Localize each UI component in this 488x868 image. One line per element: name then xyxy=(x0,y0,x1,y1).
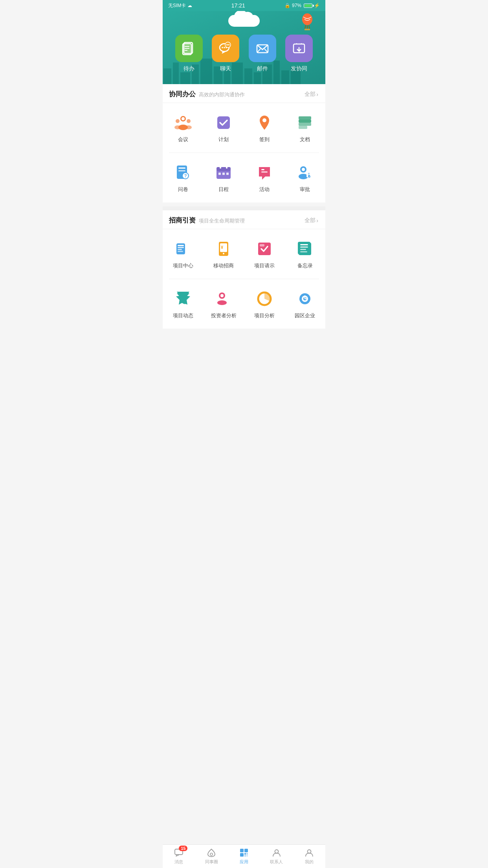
xiangmuqingshi-label: 项目请示 xyxy=(254,262,275,269)
svg-point-51 xyxy=(302,168,305,171)
grid-item-touzizhefenxi[interactable]: 投资者分析 xyxy=(204,283,244,325)
svg-point-23 xyxy=(182,117,185,120)
svg-point-64 xyxy=(223,253,224,254)
svg-rect-44 xyxy=(218,173,221,175)
xiangmuzhongxin-icon xyxy=(173,239,193,259)
youjian-icon-box xyxy=(249,35,276,62)
xietong-more[interactable]: 全部 › xyxy=(305,91,319,98)
battery-percent: 97% xyxy=(292,3,301,8)
xiangmuzhongxin-label: 项目中心 xyxy=(173,262,193,269)
xietong-more-label: 全部 xyxy=(305,91,316,98)
touzizhefenxi-label: 投资者分析 xyxy=(211,312,237,319)
svg-point-16 xyxy=(226,44,227,46)
xiangmufenxi-icon xyxy=(254,289,275,309)
shenpi-label: 审批 xyxy=(300,186,310,193)
section-xietong-title-group: 协同办公 高效的内部沟通协作 xyxy=(169,90,245,99)
zhaoshang-more-arrow: › xyxy=(316,217,318,224)
beiwanglu-label: 备忘录 xyxy=(297,262,313,269)
svg-rect-42 xyxy=(220,166,221,169)
svg-rect-45 xyxy=(222,173,225,175)
zhaoshang-more[interactable]: 全部 › xyxy=(305,217,319,224)
svg-rect-46 xyxy=(226,173,229,175)
svg-rect-49 xyxy=(261,171,268,173)
yidongzhaoshang-label: 移动招商 xyxy=(213,262,234,269)
huiyi-icon xyxy=(173,112,193,133)
svg-rect-60 xyxy=(178,249,182,250)
svg-rect-32 xyxy=(299,123,311,126)
shenpi-icon xyxy=(295,162,315,183)
grid-item-quanzhiquchanyuan[interactable]: 园区企业 xyxy=(285,283,326,325)
status-carrier: 无SIM卡 ☁ xyxy=(168,2,192,9)
hero-icon-faxietong[interactable]: 发协同 xyxy=(285,35,313,72)
daiban-icon-box xyxy=(175,35,203,62)
svg-rect-70 xyxy=(300,244,308,245)
grid-item-xiangmuzhongxin[interactable]: 项目中心 xyxy=(163,233,204,275)
xiangmufenxi-label: 项目分析 xyxy=(254,312,275,319)
svg-point-17 xyxy=(227,44,229,46)
status-time: 17:21 xyxy=(231,2,245,9)
wendang-icon xyxy=(295,112,315,133)
grid-item-huodong[interactable]: 活动 xyxy=(244,157,285,199)
svg-rect-43 xyxy=(226,166,227,169)
svg-text:¥: ¥ xyxy=(221,245,224,250)
quanzhiquchanyuan-icon xyxy=(295,289,315,309)
xietong-grid-row2: ? 问卷 日程 xyxy=(163,153,325,202)
status-right: 🔒 97% ⚡ xyxy=(284,3,320,8)
grid-item-jihua[interactable]: 计划 xyxy=(204,107,244,149)
hero-icon-liaotan[interactable]: 聊天 xyxy=(212,35,239,72)
grid-item-xiangmuqingshi[interactable]: 项目请示 xyxy=(244,233,285,275)
svg-point-24 xyxy=(176,119,180,123)
hero-banner: 待办 聊天 xyxy=(163,11,325,84)
svg-rect-67 xyxy=(260,244,264,246)
beiwanglu-icon xyxy=(295,239,315,259)
battery-icon xyxy=(304,4,312,8)
svg-rect-71 xyxy=(300,246,308,248)
grid-item-beiwanglu[interactable]: 备忘录 xyxy=(285,233,326,275)
svg-rect-69 xyxy=(298,242,310,254)
grid-item-xiangmufenxi[interactable]: 项目分析 xyxy=(244,283,285,325)
svg-point-13 xyxy=(224,47,225,48)
jihua-icon xyxy=(213,112,234,133)
xietong-more-arrow: › xyxy=(316,91,318,97)
svg-point-27 xyxy=(174,125,181,129)
grid-item-richeng[interactable]: 日程 xyxy=(204,157,244,199)
svg-rect-41 xyxy=(216,167,231,171)
xiangmudongtai-label: 项目动态 xyxy=(173,312,193,319)
hero-icon-youjian[interactable]: 邮件 xyxy=(249,35,276,72)
zhaoshang-title: 招商引资 xyxy=(169,216,196,225)
grid-item-wendang[interactable]: 文档 xyxy=(285,107,326,149)
zhaoshang-subtitle: 项目全生命周期管理 xyxy=(199,217,245,224)
hero-icon-daiban[interactable]: 待办 xyxy=(175,35,203,72)
svg-point-78 xyxy=(220,294,224,297)
svg-rect-29 xyxy=(217,116,230,129)
svg-point-28 xyxy=(185,125,192,129)
grid-item-xiangmudongtai[interactable]: 项目动态 xyxy=(163,283,204,325)
section-zhaoshang-title-group: 招商引资 项目全生命周期管理 xyxy=(169,216,245,225)
grid-item-huiyi[interactable]: 会议 xyxy=(163,107,204,149)
zhaoshang-grid-row1: 项目中心 ¥ 移动招商 xyxy=(163,229,325,279)
svg-rect-6 xyxy=(183,44,191,55)
xietong-title: 协同办公 xyxy=(169,90,196,99)
daiban-label: 待办 xyxy=(183,65,194,72)
svg-rect-48 xyxy=(261,169,264,170)
qiandao-icon xyxy=(254,112,275,133)
grid-item-qiandao[interactable]: 签到 xyxy=(244,107,285,149)
wenjuan-label: 问卷 xyxy=(178,186,188,193)
xiangmuqingshi-icon xyxy=(254,239,275,259)
huodong-label: 活动 xyxy=(259,186,270,193)
faxietong-label: 发协同 xyxy=(291,65,307,72)
xietong-subtitle: 高效的内部沟通协作 xyxy=(199,91,245,98)
richeng-label: 日程 xyxy=(218,186,229,193)
youjian-label: 邮件 xyxy=(257,65,268,72)
liaotan-label: 聊天 xyxy=(220,65,231,72)
quanzhiquchanyuan-label: 园区企业 xyxy=(295,312,315,319)
svg-rect-36 xyxy=(178,167,185,169)
grid-item-yidongzhaoshang[interactable]: ¥ 移动招商 xyxy=(204,233,244,275)
svg-point-25 xyxy=(187,119,191,123)
grid-item-shenpi[interactable]: 审批 xyxy=(285,157,326,199)
svg-text:?: ? xyxy=(184,173,187,178)
grid-item-wenjuan[interactable]: ? 问卷 xyxy=(163,157,204,199)
svg-rect-59 xyxy=(178,247,184,248)
wenjuan-icon: ? xyxy=(173,162,193,183)
qiandao-label: 签到 xyxy=(259,136,270,143)
